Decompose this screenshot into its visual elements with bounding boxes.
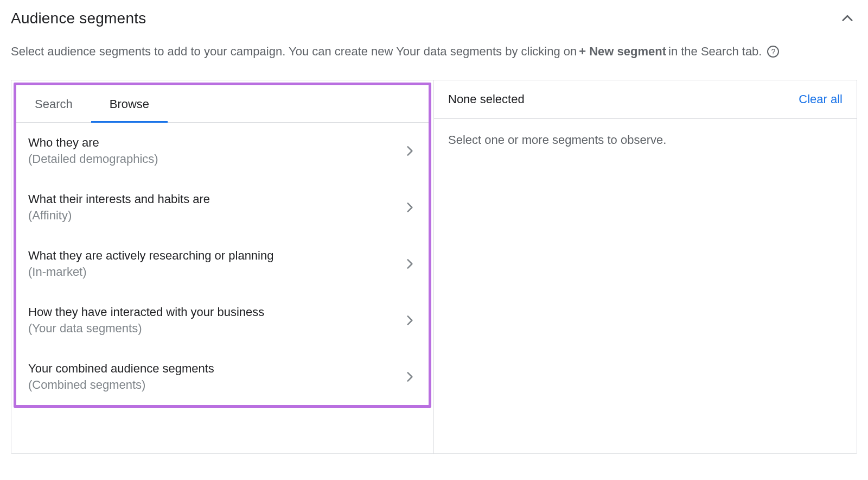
browse-list: Who they are (Detailed demographics) Wha… [16,123,429,405]
chevron-right-icon [403,257,417,271]
tab-browse[interactable]: Browse [91,85,168,123]
browse-item-title: Your combined audience segments [28,362,403,376]
section-header: Audience segments [11,9,857,28]
tab-bar: Search Browse [16,85,429,123]
browse-item-combined[interactable]: Your combined audience segments (Combine… [16,349,429,405]
browse-item-affinity[interactable]: What their interests and habits are (Aff… [16,179,429,236]
selection-body: Select one or more segments to observe. [434,119,857,161]
browse-item-your-data[interactable]: How they have interacted with your busin… [16,292,429,349]
description-pre: Select audience segments to add to your … [11,43,577,60]
browse-item-subtitle: (Affinity) [28,209,403,223]
selection-pane: None selected Clear all Select one or mo… [434,80,857,453]
browse-item-subtitle: (In-market) [28,265,403,279]
collapse-toggle[interactable] [838,9,857,28]
selection-count-label: None selected [448,92,525,106]
browse-item-title: Who they are [28,136,403,150]
section-description: Select audience segments to add to your … [11,43,857,60]
browse-item-subtitle: (Detailed demographics) [28,152,403,166]
browse-item-title: How they have interacted with your busin… [28,305,403,319]
tab-search[interactable]: Search [16,85,91,123]
chevron-right-icon [403,370,417,384]
browse-item-subtitle: (Your data segments) [28,321,403,336]
clear-all-link[interactable]: Clear all [799,92,843,106]
browse-pane: Search Browse Who they are (Detailed dem… [11,80,434,453]
description-bold: + New segment [579,43,666,60]
description-post: in the Search tab. [668,43,762,60]
chevron-right-icon [403,200,417,214]
highlight-box: Search Browse Who they are (Detailed dem… [14,83,431,408]
browse-item-title: What they are actively researching or pl… [28,249,403,263]
section-title: Audience segments [11,10,146,27]
chevron-right-icon [403,144,417,158]
browse-item-in-market[interactable]: What they are actively researching or pl… [16,236,429,292]
browse-item-subtitle: (Combined segments) [28,378,403,392]
chevron-right-icon [403,313,417,327]
chevron-up-icon [840,11,855,26]
panes-container: Search Browse Who they are (Detailed dem… [11,80,857,454]
help-icon[interactable]: ? [767,46,779,58]
browse-item-title: What their interests and habits are [28,192,403,206]
selection-header: None selected Clear all [434,80,857,119]
browse-item-detailed-demographics[interactable]: Who they are (Detailed demographics) [16,123,429,179]
